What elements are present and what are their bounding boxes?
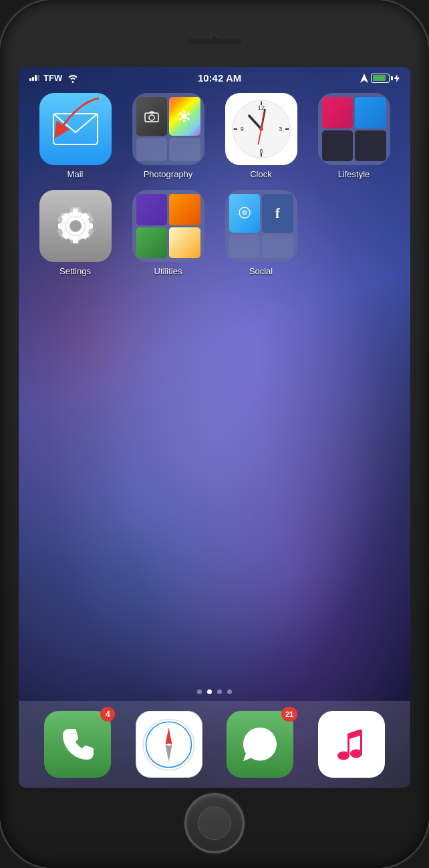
app-item-utilities[interactable]: Utilities	[125, 190, 211, 276]
messages-bubble-icon	[240, 724, 280, 764]
dock-item-phone[interactable]: 4	[44, 711, 111, 778]
svg-point-4	[182, 114, 187, 119]
signal-bar-3	[35, 75, 37, 81]
svg-point-38	[144, 719, 195, 770]
svg-rect-28	[73, 209, 78, 215]
clock-face-svg: 12 3 6 9	[231, 99, 291, 159]
app-item-settings[interactable]: Settings	[32, 190, 118, 276]
status-left: TFW	[29, 73, 79, 83]
lifestyle-folder-icon[interactable]	[318, 93, 390, 165]
battery-indicator	[371, 74, 400, 83]
svg-rect-30	[58, 223, 65, 229]
safari-compass-icon	[140, 716, 197, 773]
home-button[interactable]	[184, 793, 245, 853]
svg-point-6	[187, 112, 190, 115]
photography-folder-grid	[132, 93, 204, 165]
signal-bars	[29, 75, 39, 81]
svg-point-9	[179, 118, 182, 120]
folder-mini-empty2	[169, 138, 200, 162]
dock-item-safari[interactable]	[136, 711, 202, 778]
phone-frame: TFW 10:42 AM	[0, 0, 429, 868]
svg-point-7	[187, 118, 190, 120]
time-display: 10:42 AM	[198, 72, 241, 84]
photography-label: Photography	[144, 169, 193, 179]
battery-body	[371, 74, 390, 83]
svg-point-3	[149, 115, 154, 120]
utilities-folder-grid	[132, 190, 204, 262]
phone-dock-icon[interactable]	[44, 711, 111, 778]
page-dots	[19, 689, 410, 694]
messages-dock-icon[interactable]	[227, 711, 293, 778]
app-item-social[interactable]: f Social	[218, 190, 304, 276]
folder-mini-empty3	[229, 235, 261, 258]
location-icon	[360, 74, 368, 83]
page-dot-1[interactable]	[207, 689, 212, 694]
safari-dock-icon[interactable]	[136, 711, 202, 778]
red-arrow-annotation	[39, 95, 112, 148]
svg-point-25	[259, 127, 263, 130]
status-bar: TFW 10:42 AM	[19, 67, 410, 86]
facebook-f-letter: f	[275, 206, 280, 221]
phone-handset-icon	[59, 726, 96, 763]
app-item-photography[interactable]: Photography	[125, 93, 211, 179]
clock-icon[interactable]: 12 3 6 9	[225, 93, 297, 165]
music-dock-icon[interactable]	[318, 711, 385, 778]
dock-item-messages[interactable]: 21	[227, 711, 293, 778]
mail-label: Mail	[67, 169, 84, 179]
social-folder-icon[interactable]: f	[225, 190, 297, 262]
folder-mini-empty1	[136, 138, 168, 162]
home-button-inner	[198, 806, 231, 840]
folder-mini-messages	[229, 194, 261, 233]
settings-label: Settings	[59, 266, 91, 276]
camera-mini-icon	[144, 110, 159, 122]
svg-point-37	[242, 210, 247, 215]
battery-fill	[373, 75, 386, 81]
app-item-clock[interactable]: 12 3 6 9	[218, 93, 304, 179]
signal-bar-2	[32, 77, 34, 81]
messages-mini-icon	[238, 207, 251, 220]
folder-mini-facebook: f	[262, 194, 293, 233]
folder-mini-photos	[169, 97, 200, 136]
app-item-lifestyle[interactable]: Lifestyle	[311, 93, 397, 179]
utilities-folder-icon[interactable]	[132, 190, 204, 262]
photography-folder-icon[interactable]	[132, 93, 204, 165]
lifestyle-label: Lifestyle	[338, 169, 370, 179]
svg-text:9: 9	[240, 126, 243, 132]
folder-mini-music	[322, 97, 353, 128]
folder-mini-green	[136, 227, 168, 259]
lifestyle-folder-grid	[318, 93, 390, 165]
folder-mini-camera	[136, 97, 168, 136]
clock-label: Clock	[250, 169, 272, 179]
page-dot-3[interactable]	[227, 689, 232, 694]
svg-rect-29	[73, 237, 78, 243]
phone-screen: TFW 10:42 AM	[19, 67, 410, 788]
utilities-label: Utilities	[154, 266, 182, 276]
folder-mini-appstore	[355, 97, 386, 128]
phone-badge: 4	[100, 707, 115, 722]
carrier-label: TFW	[43, 73, 62, 83]
settings-gear-icon	[51, 202, 100, 250]
dock-item-music[interactable]	[318, 711, 385, 778]
page-dot-2[interactable]	[217, 689, 222, 694]
folder-mini-grid	[136, 194, 168, 225]
svg-point-8	[183, 120, 186, 122]
folder-mini-empty4	[262, 235, 293, 258]
svg-point-10	[179, 112, 182, 115]
photos-mini-icon	[177, 109, 192, 124]
status-right	[360, 74, 400, 83]
svg-rect-31	[86, 223, 93, 229]
svg-point-5	[183, 110, 186, 113]
folder-mini-dark2	[355, 130, 386, 162]
music-note-icon	[331, 724, 372, 764]
svg-text:3: 3	[279, 126, 282, 132]
page-dot-0[interactable]	[197, 689, 202, 694]
social-folder-grid: f	[225, 190, 297, 262]
signal-bar-4	[37, 75, 39, 81]
dock: 4	[19, 701, 410, 788]
settings-icon[interactable]	[39, 190, 112, 262]
wifi-icon	[67, 74, 79, 83]
charging-icon	[394, 74, 400, 82]
social-label: Social	[249, 266, 273, 276]
folder-mini-calc	[169, 194, 200, 225]
svg-text:12: 12	[257, 104, 264, 111]
